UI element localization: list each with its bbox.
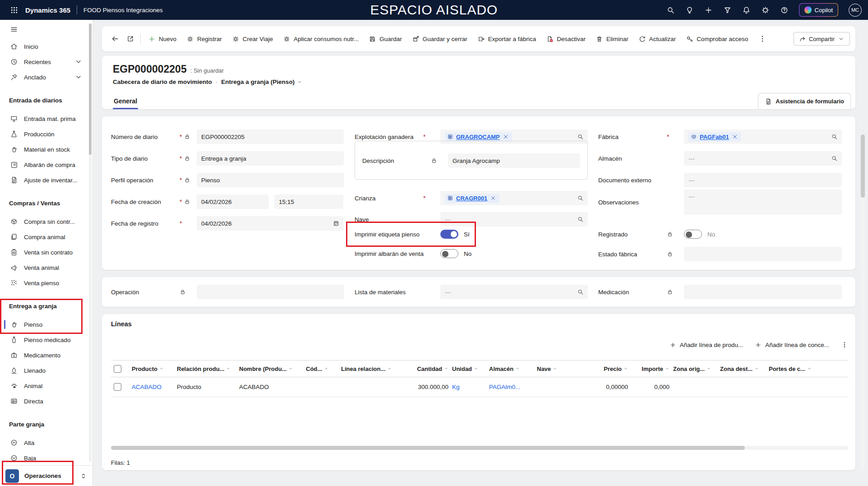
fabrica-link[interactable]: PAGFab01 [700, 134, 729, 140]
dynamics-brand[interactable]: Dynamics 365 [25, 6, 70, 14]
descripcion-input[interactable]: Granja Agrocamp [448, 153, 580, 168]
toolbar-button-comprobar-acceso[interactable]: Comprobar acceso [681, 31, 753, 46]
sidebar-item-material-en-stock[interactable]: Material en stock [0, 142, 89, 157]
help-icon[interactable] [780, 6, 789, 14]
column-header-linea[interactable]: Línea relacion... [341, 366, 399, 372]
sidebar-item-entrada-mat-prima[interactable]: Entrada mat. prima [0, 111, 89, 126]
hamburger-menu-icon[interactable] [0, 20, 89, 39]
nave-lookup[interactable]: --- [440, 212, 588, 227]
copilot-button[interactable]: Copilot [799, 3, 838, 17]
toolbar-button-eliminar[interactable]: Eliminar [591, 31, 633, 46]
medicacion-input[interactable] [684, 285, 842, 299]
toolbar-button-exportar-a-f-brica[interactable]: Exportar a fábrica [472, 31, 541, 46]
tab-general[interactable]: General [113, 97, 138, 109]
sidebar-item-ajuste-de-inventar[interactable]: Ajuste de inventar... [0, 172, 89, 188]
lookup-search-icon[interactable] [577, 216, 584, 223]
estado-fabrica-input[interactable] [684, 247, 842, 261]
close-icon[interactable] [503, 134, 509, 140]
avatar[interactable]: MC [849, 4, 862, 17]
cell-link-producto[interactable]: ACABADO [132, 384, 162, 390]
toolbar-button-crear-viaje[interactable]: Crear Viaje [227, 31, 278, 46]
fecha-creacion-time-input[interactable]: 15:15 [274, 194, 343, 209]
sidebar-item-inicio[interactable]: Inicio [0, 39, 89, 54]
sidebar-footer-operations[interactable]: O Operaciones [0, 465, 92, 486]
sidebar-item-pienso-medicado[interactable]: Pienso medicado [0, 332, 89, 347]
column-header-relacion[interactable]: Relación produ... [177, 366, 239, 372]
select-all-checkbox[interactable] [114, 365, 121, 373]
sidebar-item-compra-sin-contr[interactable]: Compra sin contr... [0, 214, 89, 229]
row-checkbox[interactable] [114, 383, 121, 391]
filter-icon[interactable] [723, 6, 732, 14]
sidebar-scrollbar-thumb[interactable] [89, 23, 92, 155]
almacen-lookup[interactable]: --- [684, 151, 842, 166]
toolbar-button-aplicar-consumos-nutr[interactable]: Aplicar consumos nutr... [278, 31, 364, 46]
close-icon[interactable] [732, 134, 738, 140]
toolbar-button-guardar[interactable]: Guardar [364, 31, 407, 46]
cell-link-almacen[interactable]: PAGAlm0... [489, 384, 521, 390]
sidebar-item-llenado[interactable]: Llenado [0, 363, 89, 378]
column-header-unidad[interactable]: Unidad [452, 366, 489, 372]
lookup-search-icon[interactable] [831, 134, 838, 140]
observaciones-input[interactable]: --- [684, 190, 842, 215]
app-launcher-waffle-icon[interactable] [6, 2, 22, 18]
perfil-operacion-input[interactable]: Pienso [197, 173, 344, 187]
chevron-updown-icon[interactable] [80, 472, 87, 480]
more-commands-kebab-icon[interactable] [755, 31, 770, 46]
operacion-input[interactable] [197, 285, 344, 299]
cell-link-unidad[interactable]: Kg [452, 384, 460, 390]
add-concept-line-button[interactable]: Añadir línea de conce... [755, 342, 829, 348]
crianza-lookup[interactable]: CRAGR001 [440, 191, 588, 205]
explotacion-chip[interactable]: GRAGROCAMP [445, 132, 512, 142]
add-product-line-button[interactable]: Añadir línea de produ... [669, 342, 743, 348]
add-icon[interactable] [704, 6, 713, 14]
sidebar-item-alta[interactable]: Alta [0, 435, 89, 450]
toolbar-button-registrar[interactable]: Registrar [181, 31, 227, 46]
column-header-portes[interactable]: Portes de c... [769, 366, 848, 372]
numero-de-diario-input[interactable]: EGP000002205 [197, 130, 344, 144]
toolbar-button-desactivar[interactable]: Desactivar [541, 31, 591, 46]
notifications-icon[interactable] [742, 6, 751, 14]
sidebar-item-anclado[interactable]: Anclado [0, 69, 89, 85]
app-name[interactable]: FOOD Piensos Integraciones [83, 7, 163, 14]
lightbulb-icon[interactable] [685, 6, 694, 14]
explotacion-link[interactable]: GRAGROCAMP [456, 134, 500, 140]
calendar-icon[interactable] [332, 220, 340, 227]
lookup-search-icon[interactable] [577, 289, 584, 296]
imprimir-albaran-toggle[interactable] [440, 249, 458, 258]
registrado-toggle[interactable] [684, 230, 702, 239]
close-icon[interactable] [490, 195, 496, 201]
crianza-chip[interactable]: CRAGR001 [445, 194, 499, 203]
sidebar-item-compra-animal[interactable]: Compra animal [0, 229, 89, 245]
sidebar-item-medicamento[interactable]: Medicamento [0, 347, 89, 363]
sidebar-item-baja[interactable]: Baja [0, 450, 89, 465]
lookup-search-icon[interactable] [831, 155, 838, 162]
crianza-link[interactable]: CRAGR001 [456, 195, 487, 202]
fecha-creacion-date-input[interactable]: 04/02/2026 [197, 194, 269, 209]
column-header-almacen[interactable]: Almacén [489, 366, 537, 372]
sidebar-item-albar-n-de-compra[interactable]: Albarán de compra [0, 157, 89, 172]
chevron-down-icon[interactable] [74, 73, 83, 81]
form-assistance-button[interactable]: Asistencia de formulario [758, 93, 851, 109]
column-header-nave[interactable]: Nave [537, 366, 578, 372]
lista-materiales-lookup[interactable]: --- [440, 285, 588, 299]
column-header-nombre[interactable]: Nombre (Produ... [239, 366, 306, 372]
open-in-new-icon[interactable] [123, 31, 138, 46]
share-button[interactable]: Compartir [794, 32, 850, 46]
column-header-precio[interactable]: Precio [578, 366, 632, 372]
lookup-search-icon[interactable] [577, 195, 584, 202]
column-header-cod[interactable]: Cód... [306, 366, 341, 372]
sidebar-item-recientes[interactable]: Recientes [0, 54, 89, 69]
toolbar-button-actualizar[interactable]: Actualizar [633, 31, 681, 46]
fecha-registro-input[interactable]: 04/02/2026 [197, 216, 344, 231]
sidebar-item-venta-animal[interactable]: Venta animal [0, 260, 89, 275]
column-header-producto[interactable]: Producto [132, 366, 177, 372]
chevron-down-icon[interactable] [74, 58, 83, 66]
breadcrumb-view-selector[interactable]: Entrega a granja (Pienso) [221, 79, 302, 85]
main-vscroll-thumb[interactable] [861, 134, 865, 198]
toolbar-button-guardar-y-cerrar[interactable]: Guardar y cerrar [407, 31, 472, 46]
grid-more-kebab-icon[interactable] [841, 341, 848, 348]
back-button[interactable] [107, 31, 123, 46]
settings-icon[interactable] [761, 6, 770, 14]
sidebar-item-venta-pienso[interactable]: Venta pienso [0, 275, 89, 291]
sidebar-item-pienso[interactable]: Pienso [0, 317, 89, 332]
